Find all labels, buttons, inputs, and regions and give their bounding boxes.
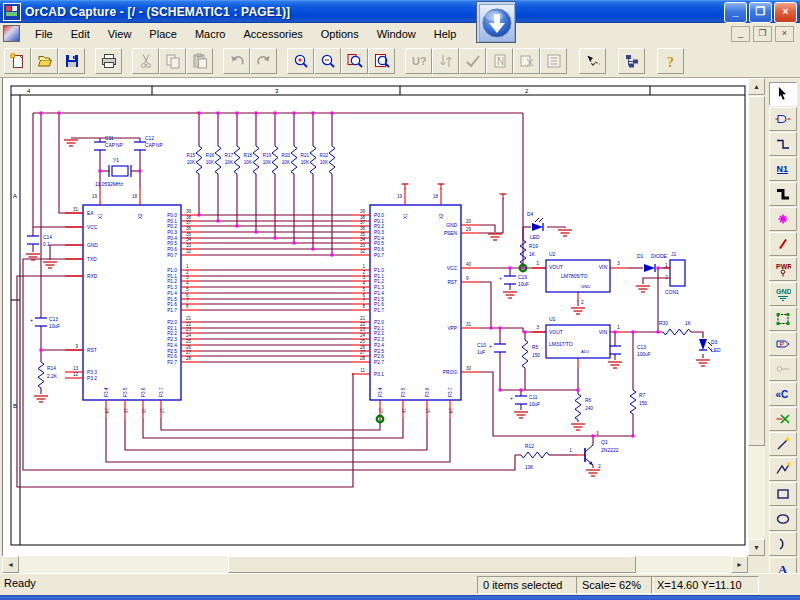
zoom-area-button[interactable]	[341, 48, 368, 74]
place-hierarchical-block-button[interactable]	[769, 307, 797, 331]
resistor-R14[interactable]: R142.2K	[38, 362, 58, 388]
capacitor-C19[interactable]: +C1910uF	[499, 275, 529, 287]
horizontal-scrollbar[interactable]: ◄ ►	[2, 556, 748, 573]
title-bar: OrCAD Capture - [/ - (SCHEMATIC1 : PAGE1…	[0, 0, 800, 23]
place-bus-entry-button[interactable]	[769, 232, 797, 256]
hierarchy-button[interactable]	[618, 48, 645, 74]
print-button[interactable]	[95, 48, 122, 74]
capacitor-C13[interactable]: +C1310uF	[30, 317, 60, 329]
snap-to-grid-button[interactable]	[579, 48, 606, 74]
mdi-close-button[interactable]: ×	[775, 26, 794, 42]
pullup-resistor-bank[interactable]: R1510KR1610KR1710KR1810KR1910KR2010KR211…	[187, 113, 335, 255]
place-ground-button[interactable]: GND	[769, 282, 797, 306]
cut-button	[132, 48, 159, 74]
place-off-page-connector-button[interactable]: «C	[769, 382, 797, 406]
zoom-out-button[interactable]	[314, 48, 341, 74]
vertical-scrollbar[interactable]: ▲ ▼	[748, 78, 765, 556]
resistor-R5[interactable]: R5150	[522, 340, 540, 368]
capacitor-C14[interactable]: C140.1	[27, 235, 52, 247]
mdi-minimize-button[interactable]: _	[731, 26, 750, 42]
place-ellipse-button[interactable]	[769, 507, 797, 531]
help-button[interactable]: ?	[657, 48, 684, 74]
ground-symbols[interactable]	[26, 140, 710, 476]
scroll-left-arrow[interactable]: ◄	[2, 556, 19, 573]
vcc-symbols[interactable]	[402, 184, 507, 199]
new-button[interactable]	[4, 48, 31, 74]
svg-text:EA: EA	[87, 211, 94, 216]
menu-options[interactable]: Options	[312, 25, 368, 43]
mcu-ic[interactable]: 31EAVCCGNDTXDRXD9RST13P3.312P3.239P0.038…	[65, 188, 199, 418]
svg-text:TXD: TXD	[87, 257, 97, 262]
resistor-R6[interactable]: R6240	[575, 394, 593, 420]
svg-text:8: 8	[186, 304, 189, 309]
svg-text:34: 34	[186, 237, 192, 242]
place-power-button[interactable]: PWR	[769, 257, 797, 281]
select-tool-button[interactable]	[769, 82, 797, 106]
wires[interactable]	[17, 113, 703, 487]
svg-text:P0.2: P0.2	[167, 224, 177, 229]
led[interactable]	[532, 218, 543, 231]
resistor-R12[interactable]: R1210K	[521, 444, 549, 470]
svg-text:10K: 10K	[187, 160, 196, 165]
place-polyline-button[interactable]	[769, 457, 797, 481]
place-wire-button[interactable]	[769, 132, 797, 156]
vertical-scroll-thumb[interactable]	[748, 96, 765, 446]
scroll-up-arrow[interactable]: ▲	[748, 78, 765, 95]
restore-button[interactable]: ❐	[749, 2, 772, 23]
socket-ic[interactable]: 11P3.139P0.038P0.137P0.236P0.335P0.434P0…	[352, 188, 479, 418]
svg-text:R17: R17	[225, 153, 234, 158]
schematic[interactable]: 432ABR1510KR1610KR1710KR1810KR1910KR2010…	[3, 78, 749, 556]
capacitor-C11[interactable]: +C1110uF	[510, 395, 540, 407]
open-button[interactable]	[31, 48, 58, 74]
diode[interactable]	[644, 264, 655, 272]
zoomout-icon	[320, 53, 336, 69]
scroll-down-arrow[interactable]: ▼	[748, 539, 765, 556]
scroll-right-arrow[interactable]: ►	[731, 556, 748, 573]
svg-text:P2.0: P2.0	[374, 320, 384, 325]
place-junction-button[interactable]	[769, 207, 797, 231]
menu-edit[interactable]: Edit	[62, 25, 99, 43]
horizontal-scroll-thumb[interactable]	[228, 556, 636, 573]
svg-text:19: 19	[397, 194, 403, 199]
svg-text:10uF: 10uF	[518, 282, 529, 287]
menu-place[interactable]: Place	[140, 25, 186, 43]
place-line-button[interactable]	[769, 432, 797, 456]
menu-macro[interactable]: Macro	[186, 25, 235, 43]
place-part-button[interactable]	[769, 107, 797, 131]
zoom-in-button[interactable]	[287, 48, 314, 74]
help-icon: ?	[663, 53, 679, 69]
capacitor-C13[interactable]: +C13100uF	[604, 345, 651, 357]
menu-accessories[interactable]: Accessories	[234, 25, 311, 43]
svg-text:P: P	[780, 341, 785, 348]
minimize-button[interactable]: _	[724, 2, 747, 23]
schematic-canvas[interactable]: 432ABR1510KR1610KR1710KR1810KR1910KR2010…	[2, 78, 748, 556]
svg-text:P1.4: P1.4	[167, 291, 177, 296]
menu-file[interactable]: File	[26, 25, 62, 43]
download-overlay-icon[interactable]	[476, 1, 516, 43]
svg-text:28: 28	[360, 356, 366, 361]
menu-window[interactable]: Window	[368, 25, 425, 43]
place-arc-button[interactable]	[769, 532, 797, 556]
svg-text:VPP: VPP	[447, 326, 457, 331]
place-bus-button[interactable]	[769, 182, 797, 206]
capacitor-C10[interactable]: +C101uF	[477, 343, 506, 355]
create-netlist-button: N	[486, 48, 513, 74]
svg-text:RST: RST	[87, 348, 97, 353]
menu-help[interactable]: Help	[425, 25, 466, 43]
crystal-Y1[interactable]	[109, 165, 131, 177]
close-button[interactable]: ×	[774, 2, 797, 23]
resistor-R7[interactable]: R7150	[630, 390, 647, 414]
place-rectangle-button[interactable]	[769, 482, 797, 506]
place-no-connect-button[interactable]	[769, 407, 797, 431]
place-net-alias-button[interactable]: N1	[769, 157, 797, 181]
mdi-restore-button[interactable]: ❐	[753, 26, 772, 42]
status-selection: 0 items selected	[477, 576, 577, 594]
save-button[interactable]	[58, 48, 85, 74]
zoom-all-button[interactable]	[368, 48, 395, 74]
resistor-R30[interactable]: R301K	[659, 321, 692, 335]
svg-text:GND: GND	[776, 288, 791, 295]
transistor-Q1[interactable]	[585, 445, 593, 465]
menu-view[interactable]: View	[99, 25, 141, 43]
place-port-button[interactable]: P	[769, 332, 797, 356]
svg-text:33: 33	[186, 243, 192, 248]
